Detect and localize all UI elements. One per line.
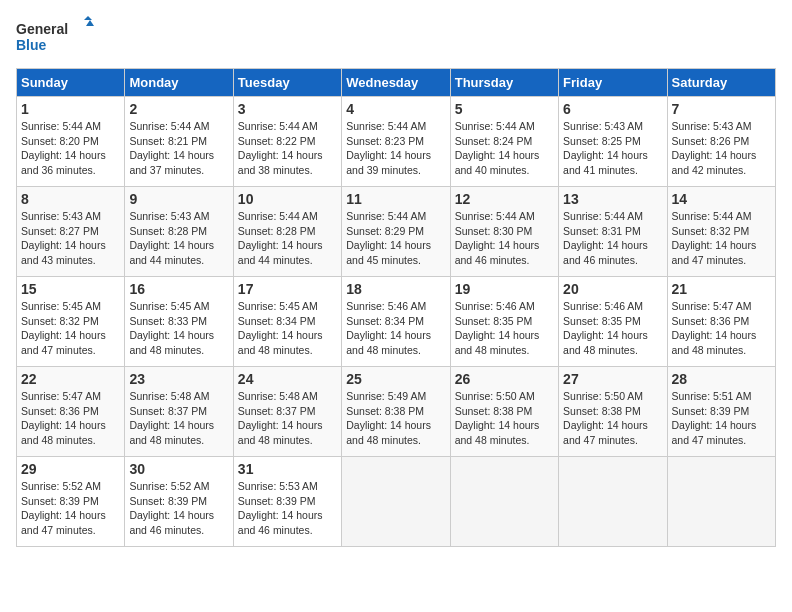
calendar-cell: 24Sunrise: 5:48 AMSunset: 8:37 PMDayligh… bbox=[233, 367, 341, 457]
day-number: 27 bbox=[563, 371, 662, 387]
day-number: 26 bbox=[455, 371, 554, 387]
day-info: Sunrise: 5:43 AMSunset: 8:27 PMDaylight:… bbox=[21, 209, 120, 268]
day-number: 13 bbox=[563, 191, 662, 207]
day-number: 11 bbox=[346, 191, 445, 207]
day-info: Sunrise: 5:48 AMSunset: 8:37 PMDaylight:… bbox=[129, 389, 228, 448]
day-number: 4 bbox=[346, 101, 445, 117]
calendar-cell: 8Sunrise: 5:43 AMSunset: 8:27 PMDaylight… bbox=[17, 187, 125, 277]
day-info: Sunrise: 5:53 AMSunset: 8:39 PMDaylight:… bbox=[238, 479, 337, 538]
calendar-cell: 6Sunrise: 5:43 AMSunset: 8:25 PMDaylight… bbox=[559, 97, 667, 187]
day-info: Sunrise: 5:44 AMSunset: 8:22 PMDaylight:… bbox=[238, 119, 337, 178]
day-info: Sunrise: 5:50 AMSunset: 8:38 PMDaylight:… bbox=[563, 389, 662, 448]
day-info: Sunrise: 5:46 AMSunset: 8:35 PMDaylight:… bbox=[455, 299, 554, 358]
header-wednesday: Wednesday bbox=[342, 69, 450, 97]
header-thursday: Thursday bbox=[450, 69, 558, 97]
day-info: Sunrise: 5:46 AMSunset: 8:34 PMDaylight:… bbox=[346, 299, 445, 358]
day-info: Sunrise: 5:43 AMSunset: 8:28 PMDaylight:… bbox=[129, 209, 228, 268]
day-info: Sunrise: 5:44 AMSunset: 8:24 PMDaylight:… bbox=[455, 119, 554, 178]
calendar-cell: 11Sunrise: 5:44 AMSunset: 8:29 PMDayligh… bbox=[342, 187, 450, 277]
day-number: 8 bbox=[21, 191, 120, 207]
calendar-cell: 17Sunrise: 5:45 AMSunset: 8:34 PMDayligh… bbox=[233, 277, 341, 367]
day-number: 18 bbox=[346, 281, 445, 297]
logo-svg: General Blue bbox=[16, 16, 96, 56]
day-info: Sunrise: 5:52 AMSunset: 8:39 PMDaylight:… bbox=[21, 479, 120, 538]
header: General Blue bbox=[16, 16, 776, 56]
calendar-cell: 13Sunrise: 5:44 AMSunset: 8:31 PMDayligh… bbox=[559, 187, 667, 277]
calendar-cell: 10Sunrise: 5:44 AMSunset: 8:28 PMDayligh… bbox=[233, 187, 341, 277]
week-row-3: 15Sunrise: 5:45 AMSunset: 8:32 PMDayligh… bbox=[17, 277, 776, 367]
week-row-5: 29Sunrise: 5:52 AMSunset: 8:39 PMDayligh… bbox=[17, 457, 776, 547]
day-info: Sunrise: 5:44 AMSunset: 8:23 PMDaylight:… bbox=[346, 119, 445, 178]
calendar-cell: 2Sunrise: 5:44 AMSunset: 8:21 PMDaylight… bbox=[125, 97, 233, 187]
calendar-cell: 3Sunrise: 5:44 AMSunset: 8:22 PMDaylight… bbox=[233, 97, 341, 187]
calendar-cell: 1Sunrise: 5:44 AMSunset: 8:20 PMDaylight… bbox=[17, 97, 125, 187]
day-number: 17 bbox=[238, 281, 337, 297]
day-info: Sunrise: 5:45 AMSunset: 8:33 PMDaylight:… bbox=[129, 299, 228, 358]
day-info: Sunrise: 5:44 AMSunset: 8:30 PMDaylight:… bbox=[455, 209, 554, 268]
day-number: 23 bbox=[129, 371, 228, 387]
day-info: Sunrise: 5:44 AMSunset: 8:21 PMDaylight:… bbox=[129, 119, 228, 178]
calendar-cell: 9Sunrise: 5:43 AMSunset: 8:28 PMDaylight… bbox=[125, 187, 233, 277]
day-info: Sunrise: 5:45 AMSunset: 8:32 PMDaylight:… bbox=[21, 299, 120, 358]
header-row: SundayMondayTuesdayWednesdayThursdayFrid… bbox=[17, 69, 776, 97]
day-number: 1 bbox=[21, 101, 120, 117]
day-number: 7 bbox=[672, 101, 771, 117]
day-info: Sunrise: 5:43 AMSunset: 8:25 PMDaylight:… bbox=[563, 119, 662, 178]
week-row-1: 1Sunrise: 5:44 AMSunset: 8:20 PMDaylight… bbox=[17, 97, 776, 187]
calendar-cell: 27Sunrise: 5:50 AMSunset: 8:38 PMDayligh… bbox=[559, 367, 667, 457]
svg-marker-2 bbox=[84, 16, 92, 20]
day-number: 20 bbox=[563, 281, 662, 297]
day-number: 12 bbox=[455, 191, 554, 207]
logo: General Blue bbox=[16, 16, 96, 56]
day-info: Sunrise: 5:44 AMSunset: 8:28 PMDaylight:… bbox=[238, 209, 337, 268]
header-tuesday: Tuesday bbox=[233, 69, 341, 97]
day-info: Sunrise: 5:43 AMSunset: 8:26 PMDaylight:… bbox=[672, 119, 771, 178]
svg-text:Blue: Blue bbox=[16, 37, 47, 53]
calendar-cell: 25Sunrise: 5:49 AMSunset: 8:38 PMDayligh… bbox=[342, 367, 450, 457]
day-number: 24 bbox=[238, 371, 337, 387]
day-info: Sunrise: 5:46 AMSunset: 8:35 PMDaylight:… bbox=[563, 299, 662, 358]
calendar-cell: 30Sunrise: 5:52 AMSunset: 8:39 PMDayligh… bbox=[125, 457, 233, 547]
day-info: Sunrise: 5:50 AMSunset: 8:38 PMDaylight:… bbox=[455, 389, 554, 448]
calendar-cell: 31Sunrise: 5:53 AMSunset: 8:39 PMDayligh… bbox=[233, 457, 341, 547]
header-sunday: Sunday bbox=[17, 69, 125, 97]
calendar-cell: 7Sunrise: 5:43 AMSunset: 8:26 PMDaylight… bbox=[667, 97, 775, 187]
calendar-cell: 20Sunrise: 5:46 AMSunset: 8:35 PMDayligh… bbox=[559, 277, 667, 367]
day-number: 5 bbox=[455, 101, 554, 117]
day-info: Sunrise: 5:52 AMSunset: 8:39 PMDaylight:… bbox=[129, 479, 228, 538]
calendar-cell: 12Sunrise: 5:44 AMSunset: 8:30 PMDayligh… bbox=[450, 187, 558, 277]
calendar-cell bbox=[667, 457, 775, 547]
day-info: Sunrise: 5:44 AMSunset: 8:31 PMDaylight:… bbox=[563, 209, 662, 268]
svg-text:General: General bbox=[16, 21, 68, 37]
page-container: General Blue SundayMondayTuesdayWednesda… bbox=[16, 16, 776, 547]
day-number: 16 bbox=[129, 281, 228, 297]
day-number: 22 bbox=[21, 371, 120, 387]
day-number: 21 bbox=[672, 281, 771, 297]
calendar-cell: 15Sunrise: 5:45 AMSunset: 8:32 PMDayligh… bbox=[17, 277, 125, 367]
calendar-cell: 14Sunrise: 5:44 AMSunset: 8:32 PMDayligh… bbox=[667, 187, 775, 277]
day-info: Sunrise: 5:49 AMSunset: 8:38 PMDaylight:… bbox=[346, 389, 445, 448]
calendar-cell bbox=[450, 457, 558, 547]
calendar-cell: 5Sunrise: 5:44 AMSunset: 8:24 PMDaylight… bbox=[450, 97, 558, 187]
day-info: Sunrise: 5:47 AMSunset: 8:36 PMDaylight:… bbox=[21, 389, 120, 448]
day-number: 10 bbox=[238, 191, 337, 207]
calendar-cell: 26Sunrise: 5:50 AMSunset: 8:38 PMDayligh… bbox=[450, 367, 558, 457]
calendar-cell: 22Sunrise: 5:47 AMSunset: 8:36 PMDayligh… bbox=[17, 367, 125, 457]
calendar-cell: 28Sunrise: 5:51 AMSunset: 8:39 PMDayligh… bbox=[667, 367, 775, 457]
day-number: 6 bbox=[563, 101, 662, 117]
calendar-cell bbox=[559, 457, 667, 547]
day-info: Sunrise: 5:44 AMSunset: 8:20 PMDaylight:… bbox=[21, 119, 120, 178]
calendar-table: SundayMondayTuesdayWednesdayThursdayFrid… bbox=[16, 68, 776, 547]
day-number: 30 bbox=[129, 461, 228, 477]
day-number: 14 bbox=[672, 191, 771, 207]
day-number: 31 bbox=[238, 461, 337, 477]
day-number: 25 bbox=[346, 371, 445, 387]
day-number: 19 bbox=[455, 281, 554, 297]
day-info: Sunrise: 5:47 AMSunset: 8:36 PMDaylight:… bbox=[672, 299, 771, 358]
day-info: Sunrise: 5:48 AMSunset: 8:37 PMDaylight:… bbox=[238, 389, 337, 448]
calendar-cell: 18Sunrise: 5:46 AMSunset: 8:34 PMDayligh… bbox=[342, 277, 450, 367]
day-number: 28 bbox=[672, 371, 771, 387]
day-number: 15 bbox=[21, 281, 120, 297]
svg-marker-3 bbox=[86, 20, 94, 26]
calendar-cell: 19Sunrise: 5:46 AMSunset: 8:35 PMDayligh… bbox=[450, 277, 558, 367]
